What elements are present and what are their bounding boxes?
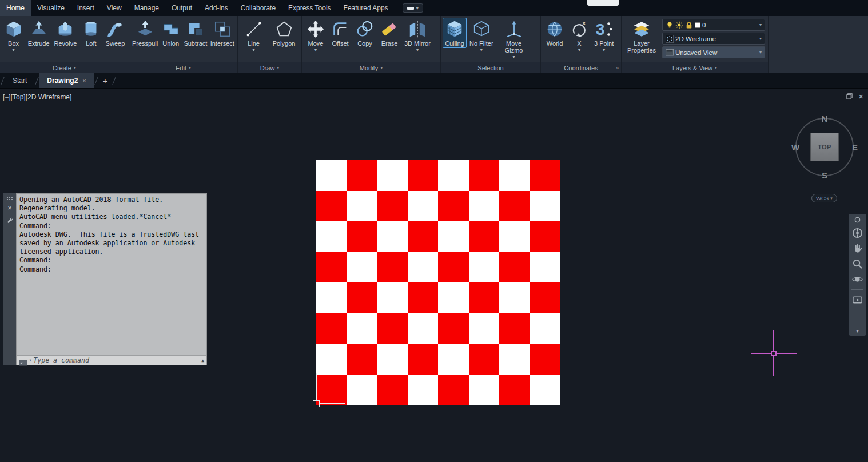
panel-label-draw[interactable]: Draw▾ — [238, 62, 301, 73]
dropdown-arrow-icon[interactable]: ▾ — [513, 54, 515, 59]
restore-button[interactable] — [846, 93, 853, 99]
layer-lock-icon[interactable] — [685, 21, 693, 29]
panel-label-coordinates[interactable]: Coordinates » — [541, 62, 621, 73]
view-select[interactable]: Unsaved View ▾ — [662, 46, 765, 58]
tool-sweep[interactable]: Sweep — [103, 18, 127, 48]
tool-move-gizmo[interactable]: Move Gizmo▾ — [496, 18, 532, 61]
dropdown-arrow-icon[interactable]: ▾ — [578, 47, 580, 53]
command-input-row[interactable]: ▾ ▲ — [17, 355, 206, 365]
ribbon-tab-collaborate[interactable]: Collaborate — [234, 0, 282, 16]
layer-color-swatch[interactable] — [695, 22, 700, 28]
tool-subtract[interactable]: Subtract — [182, 18, 208, 48]
command-window-close-icon[interactable]: × — [7, 205, 11, 212]
viewcube-top-face[interactable]: TOP — [810, 133, 839, 161]
dropdown-arrow-icon[interactable]: ▾ — [603, 47, 605, 53]
visual-style-select[interactable]: 2D Wireframe ▾ — [662, 33, 765, 45]
tool-erase[interactable]: Erase — [377, 18, 401, 48]
ribbon-tab-add-ins[interactable]: Add-ins — [198, 0, 234, 16]
tab-close-icon[interactable]: × — [82, 77, 86, 84]
ribbon-display-toggle[interactable]: ▾ — [403, 3, 423, 13]
dropdown-arrow-icon[interactable]: ▾ — [314, 47, 317, 53]
command-window[interactable]: × Opening an AutoCAD 2018 format file.Re… — [3, 193, 207, 365]
panel-expander-icon[interactable]: » — [616, 65, 619, 71]
viewport-controls-menu[interactable]: [−] — [3, 93, 11, 101]
tool-layer-properties[interactable]: Layer Properties — [624, 18, 659, 55]
panel-label-layers-view[interactable]: Layers & View▾ — [622, 62, 768, 73]
viewport-visual-style-control[interactable]: [2D Wireframe] — [26, 93, 72, 101]
navbar-expand-icon[interactable]: ▾ — [856, 328, 859, 334]
recent-commands-icon[interactable]: ▲ — [201, 358, 204, 363]
tool-x[interactable]: xX▾ — [567, 18, 591, 54]
tool-presspull[interactable]: Presspull — [131, 18, 159, 48]
chevron-down-icon[interactable]: ▾ — [29, 358, 31, 363]
command-window-titlebar[interactable]: × — [3, 193, 16, 365]
chevron-down-icon[interactable]: ▾ — [759, 22, 762, 27]
command-input[interactable] — [33, 356, 200, 364]
wcs-menu[interactable]: WCS ▾ — [811, 194, 837, 202]
panel-label-create[interactable]: Create▾ — [0, 62, 129, 73]
ribbon-tab-featured-apps[interactable]: Featured Apps — [337, 0, 395, 16]
panel-label-modify[interactable]: Modify▾ — [302, 62, 440, 73]
dropdown-arrow-icon[interactable]: ▾ — [13, 47, 15, 53]
ribbon-tab-insert[interactable]: Insert — [71, 0, 101, 16]
navigation-wheel-icon[interactable] — [852, 228, 863, 238]
file-tab-start[interactable]: Start — [5, 73, 34, 88]
viewcube[interactable]: N S W E TOP — [791, 114, 858, 180]
zoom-icon[interactable] — [852, 258, 863, 269]
tool-union[interactable]: Union — [160, 18, 182, 48]
tool-3-point[interactable]: 33 Point▾ — [592, 18, 616, 54]
close-button[interactable]: × — [858, 93, 863, 100]
wrench-icon[interactable] — [6, 216, 14, 224]
pan-hand-icon[interactable] — [852, 243, 863, 254]
drag-grip-icon[interactable] — [6, 195, 13, 200]
ribbon-tab-express-tools[interactable]: Express Tools — [282, 0, 337, 16]
tool-3d-mirror[interactable]: 3D Mirror▾ — [402, 18, 433, 54]
tool-no-filter[interactable]: No Filter▾ — [467, 18, 496, 54]
new-tab-button[interactable]: + — [99, 73, 112, 88]
file-tab-drawing2[interactable]: Drawing2 × — [39, 73, 93, 88]
viewcube-north[interactable]: N — [822, 114, 828, 124]
viewcube-south[interactable]: S — [822, 170, 827, 180]
tool-extrude[interactable]: Extrude — [26, 18, 51, 48]
tool-polygon[interactable]: Polygon — [270, 18, 298, 48]
ribbon-tab-manage[interactable]: Manage — [128, 0, 165, 16]
navwheel-mini-icon[interactable] — [854, 217, 861, 223]
ribbon-tab-home[interactable]: Home — [0, 0, 31, 16]
panel-label-edit[interactable]: Edit▾ — [129, 62, 237, 73]
sweep-icon — [105, 19, 125, 39]
viewport-controls: [−] [Top] [2D Wireframe] — [3, 93, 71, 101]
tool-move[interactable]: Move▾ — [304, 18, 328, 54]
layer-thaw-icon[interactable] — [675, 21, 683, 29]
viewcube-west[interactable]: W — [791, 142, 799, 152]
tool-intersect[interactable]: Intersect — [209, 18, 236, 48]
tool-offset[interactable]: Offset — [328, 18, 352, 48]
layer-on-icon[interactable] — [666, 21, 674, 29]
chevron-down-icon[interactable]: ▾ — [759, 36, 762, 41]
viewport-view-control[interactable]: [Top] — [11, 93, 26, 101]
tool-revolve[interactable]: Revolve — [52, 18, 79, 48]
tool-box[interactable]: Box▾ — [2, 18, 25, 54]
tool-culling[interactable]: Culling — [443, 18, 467, 48]
navigation-bar[interactable]: ▾ — [849, 214, 866, 336]
showmotion-icon[interactable] — [852, 294, 863, 305]
tool-loft[interactable]: Loft — [79, 18, 103, 48]
tool-line[interactable]: Line▾ — [242, 18, 266, 54]
orbit-icon[interactable] — [852, 274, 863, 285]
dropdown-arrow-icon[interactable]: ▾ — [253, 47, 255, 53]
layer-name-value: 0 — [702, 22, 706, 29]
panel-label-selection[interactable]: Selection — [441, 62, 540, 73]
minimize-button[interactable]: – — [837, 93, 841, 100]
ribbon-tab-output[interactable]: Output — [165, 0, 198, 16]
ribbon-tab-view[interactable]: View — [101, 0, 128, 16]
tool-copy[interactable]: Copy — [353, 18, 377, 48]
command-icon[interactable] — [19, 357, 27, 364]
layer-select[interactable]: 0 ▾ — [662, 19, 765, 31]
dropdown-arrow-icon[interactable]: ▾ — [480, 47, 483, 53]
ribbon-tab-visualize[interactable]: Visualize — [31, 0, 71, 16]
dropdown-arrow-icon[interactable]: ▾ — [416, 47, 419, 53]
drawing-viewport[interactable]: [−] [Top] [2D Wireframe] – × × — [0, 88, 868, 462]
viewcube-east[interactable]: E — [852, 142, 858, 152]
chevron-down-icon[interactable]: ▾ — [759, 50, 762, 55]
checkerboard-drawing[interactable] — [316, 160, 560, 405]
tool-world[interactable]: World — [543, 18, 567, 48]
